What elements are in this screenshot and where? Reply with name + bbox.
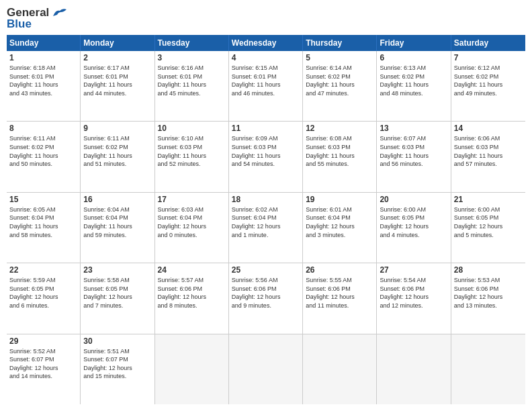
day-info: Sunrise: 5:55 AM Sunset: 6:06 PM Dayligh…	[306, 276, 373, 310]
day-info: Sunrise: 5:52 AM Sunset: 6:07 PM Dayligh…	[9, 347, 77, 381]
day-info: Sunrise: 6:10 AM Sunset: 6:03 PM Dayligh…	[158, 134, 226, 168]
day-info: Sunrise: 6:18 AM Sunset: 6:01 PM Dayligh…	[9, 64, 77, 97]
calendar-week-2: 8Sunrise: 6:11 AM Sunset: 6:02 PM Daylig…	[7, 122, 525, 192]
calendar-day-5: 5Sunrise: 6:14 AM Sunset: 6:02 PM Daylig…	[303, 51, 377, 121]
page-header: General Blue	[7, 7, 525, 31]
day-number: 21	[454, 195, 523, 204]
day-number: 20	[380, 195, 447, 204]
calendar-day-1: 1Sunrise: 6:18 AM Sunset: 6:01 PM Daylig…	[7, 51, 81, 121]
calendar-day-12: 12Sunrise: 6:08 AM Sunset: 6:03 PM Dayli…	[303, 122, 377, 191]
calendar-day-4: 4Sunrise: 6:15 AM Sunset: 6:01 PM Daylig…	[229, 51, 303, 121]
calendar-header: SundayMondayTuesdayWednesdayThursdayFrid…	[7, 35, 525, 51]
day-info: Sunrise: 6:01 AM Sunset: 6:04 PM Dayligh…	[306, 205, 373, 239]
calendar-day-30: 30Sunrise: 5:51 AM Sunset: 6:07 PM Dayli…	[81, 334, 154, 404]
day-info: Sunrise: 5:51 AM Sunset: 6:07 PM Dayligh…	[83, 347, 151, 381]
header-day-monday: Monday	[81, 35, 154, 51]
calendar-body: 1Sunrise: 6:18 AM Sunset: 6:01 PM Daylig…	[7, 51, 525, 404]
day-info: Sunrise: 6:06 AM Sunset: 6:03 PM Dayligh…	[454, 134, 523, 168]
day-number: 19	[306, 195, 373, 204]
calendar-day-3: 3Sunrise: 6:16 AM Sunset: 6:01 PM Daylig…	[155, 51, 229, 121]
calendar-day-15: 15Sunrise: 6:05 AM Sunset: 6:04 PM Dayli…	[7, 193, 81, 263]
day-number: 1	[9, 53, 77, 62]
calendar-day-7: 7Sunrise: 6:12 AM Sunset: 6:02 PM Daylig…	[451, 51, 525, 121]
day-number: 27	[380, 265, 447, 275]
day-number: 9	[83, 124, 151, 133]
calendar: SundayMondayTuesdayWednesdayThursdayFrid…	[7, 35, 525, 404]
calendar-day-29: 29Sunrise: 5:52 AM Sunset: 6:07 PM Dayli…	[7, 334, 81, 404]
calendar-day-empty	[229, 334, 303, 404]
day-number: 5	[306, 53, 373, 62]
day-info: Sunrise: 6:02 AM Sunset: 6:04 PM Dayligh…	[232, 205, 300, 239]
calendar-day-18: 18Sunrise: 6:02 AM Sunset: 6:04 PM Dayli…	[229, 193, 303, 263]
calendar-day-empty	[303, 334, 377, 404]
day-info: Sunrise: 6:08 AM Sunset: 6:03 PM Dayligh…	[306, 134, 373, 168]
day-info: Sunrise: 5:56 AM Sunset: 6:06 PM Dayligh…	[232, 276, 300, 310]
day-info: Sunrise: 5:59 AM Sunset: 6:05 PM Dayligh…	[9, 276, 77, 310]
calendar-day-24: 24Sunrise: 5:57 AM Sunset: 6:06 PM Dayli…	[155, 263, 229, 333]
day-info: Sunrise: 6:11 AM Sunset: 6:02 PM Dayligh…	[83, 134, 151, 168]
calendar-day-6: 6Sunrise: 6:13 AM Sunset: 6:02 PM Daylig…	[377, 51, 451, 121]
calendar-day-25: 25Sunrise: 5:56 AM Sunset: 6:06 PM Dayli…	[229, 263, 303, 333]
day-info: Sunrise: 5:54 AM Sunset: 6:06 PM Dayligh…	[380, 276, 447, 310]
day-number: 2	[83, 53, 151, 62]
day-info: Sunrise: 6:13 AM Sunset: 6:02 PM Dayligh…	[380, 64, 447, 97]
day-info: Sunrise: 6:12 AM Sunset: 6:02 PM Dayligh…	[454, 64, 523, 97]
day-info: Sunrise: 5:58 AM Sunset: 6:05 PM Dayligh…	[83, 276, 151, 310]
calendar-day-23: 23Sunrise: 5:58 AM Sunset: 6:05 PM Dayli…	[81, 263, 154, 333]
day-info: Sunrise: 6:14 AM Sunset: 6:02 PM Dayligh…	[306, 64, 373, 97]
calendar-week-1: 1Sunrise: 6:18 AM Sunset: 6:01 PM Daylig…	[7, 51, 525, 122]
calendar-day-11: 11Sunrise: 6:09 AM Sunset: 6:03 PM Dayli…	[229, 122, 303, 191]
calendar-day-17: 17Sunrise: 6:03 AM Sunset: 6:04 PM Dayli…	[155, 193, 229, 263]
calendar-day-14: 14Sunrise: 6:06 AM Sunset: 6:03 PM Dayli…	[451, 122, 525, 191]
calendar-day-13: 13Sunrise: 6:07 AM Sunset: 6:03 PM Dayli…	[377, 122, 451, 191]
day-info: Sunrise: 6:00 AM Sunset: 6:05 PM Dayligh…	[454, 205, 523, 239]
calendar-day-empty	[377, 334, 451, 404]
calendar-day-8: 8Sunrise: 6:11 AM Sunset: 6:02 PM Daylig…	[7, 122, 81, 191]
day-number: 14	[454, 124, 523, 133]
header-day-tuesday: Tuesday	[155, 35, 229, 51]
calendar-day-21: 21Sunrise: 6:00 AM Sunset: 6:05 PM Dayli…	[451, 193, 525, 263]
header-day-thursday: Thursday	[303, 35, 377, 51]
day-number: 15	[9, 195, 77, 204]
day-number: 8	[9, 124, 77, 133]
day-info: Sunrise: 5:53 AM Sunset: 6:06 PM Dayligh…	[454, 276, 523, 310]
calendar-day-26: 26Sunrise: 5:55 AM Sunset: 6:06 PM Dayli…	[303, 263, 377, 333]
logo-bird-icon	[50, 7, 69, 20]
day-info: Sunrise: 6:15 AM Sunset: 6:01 PM Dayligh…	[232, 64, 300, 97]
calendar-week-4: 22Sunrise: 5:59 AM Sunset: 6:05 PM Dayli…	[7, 263, 525, 334]
day-info: Sunrise: 6:17 AM Sunset: 6:01 PM Dayligh…	[83, 64, 151, 97]
day-number: 10	[158, 124, 226, 133]
calendar-day-16: 16Sunrise: 6:04 AM Sunset: 6:04 PM Dayli…	[81, 193, 154, 263]
day-number: 23	[83, 265, 151, 275]
day-number: 26	[306, 265, 373, 275]
day-number: 12	[306, 124, 373, 133]
day-number: 22	[9, 265, 77, 275]
day-number: 7	[454, 53, 523, 62]
day-number: 13	[380, 124, 447, 133]
calendar-day-9: 9Sunrise: 6:11 AM Sunset: 6:02 PM Daylig…	[81, 122, 154, 191]
day-info: Sunrise: 6:00 AM Sunset: 6:05 PM Dayligh…	[380, 205, 447, 239]
day-number: 3	[158, 53, 226, 62]
day-number: 28	[454, 265, 523, 275]
day-number: 30	[83, 336, 151, 346]
day-info: Sunrise: 6:16 AM Sunset: 6:01 PM Dayligh…	[158, 64, 226, 97]
calendar-day-empty	[451, 334, 525, 404]
calendar-day-22: 22Sunrise: 5:59 AM Sunset: 6:05 PM Dayli…	[7, 263, 81, 333]
day-number: 11	[232, 124, 300, 133]
calendar-day-19: 19Sunrise: 6:01 AM Sunset: 6:04 PM Dayli…	[303, 193, 377, 263]
day-number: 24	[158, 265, 226, 275]
header-day-sunday: Sunday	[7, 35, 81, 51]
day-number: 25	[232, 265, 300, 275]
day-number: 29	[9, 336, 77, 346]
day-number: 4	[232, 53, 300, 62]
day-info: Sunrise: 6:09 AM Sunset: 6:03 PM Dayligh…	[232, 134, 300, 168]
calendar-day-28: 28Sunrise: 5:53 AM Sunset: 6:06 PM Dayli…	[451, 263, 525, 333]
day-info: Sunrise: 6:07 AM Sunset: 6:03 PM Dayligh…	[380, 134, 447, 168]
header-day-saturday: Saturday	[451, 35, 525, 51]
day-info: Sunrise: 6:05 AM Sunset: 6:04 PM Dayligh…	[9, 205, 77, 239]
calendar-week-3: 15Sunrise: 6:05 AM Sunset: 6:04 PM Dayli…	[7, 193, 525, 263]
day-info: Sunrise: 6:03 AM Sunset: 6:04 PM Dayligh…	[158, 205, 226, 239]
day-info: Sunrise: 6:11 AM Sunset: 6:02 PM Dayligh…	[9, 134, 77, 168]
calendar-day-20: 20Sunrise: 6:00 AM Sunset: 6:05 PM Dayli…	[377, 193, 451, 263]
calendar-day-2: 2Sunrise: 6:17 AM Sunset: 6:01 PM Daylig…	[81, 51, 154, 121]
